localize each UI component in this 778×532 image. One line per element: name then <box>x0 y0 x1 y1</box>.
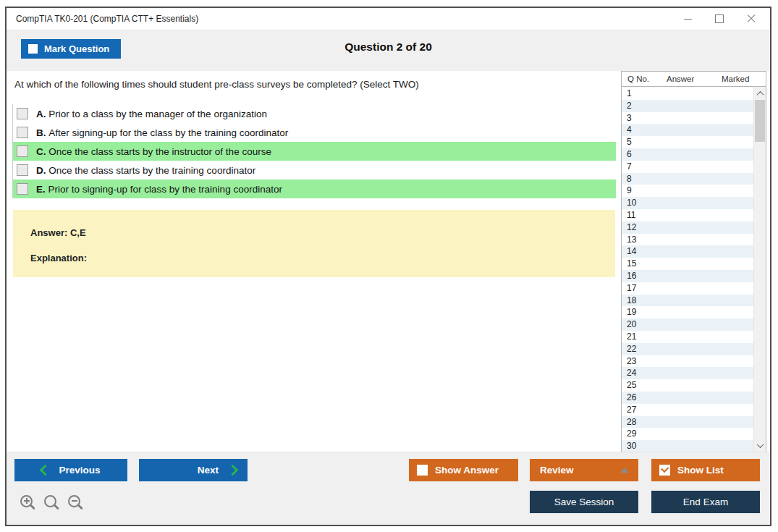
end-exam-label: End Exam <box>683 497 728 507</box>
titlebar: CompTIA TK0-201 (CompTIA CTT+ Essentials… <box>7 8 770 30</box>
previous-button[interactable]: Previous <box>14 459 127 481</box>
question-list-row[interactable]: 10 <box>622 197 753 209</box>
column-qno: Q No. <box>627 75 649 83</box>
option-label: E. Prior to signing-up for class by the … <box>36 184 282 195</box>
footer-bar: Previous Next Show Answer Review Show Li… <box>7 452 770 525</box>
show-list-checkbox[interactable] <box>659 465 670 476</box>
column-marked: Marked <box>722 75 749 83</box>
app-window: CompTIA TK0-201 (CompTIA CTT+ Essentials… <box>5 7 771 526</box>
scrollbar-thumb[interactable] <box>755 100 765 142</box>
triangle-up-icon <box>620 468 629 473</box>
previous-label: Previous <box>59 465 100 476</box>
question-list-row[interactable]: 2 <box>622 100 753 112</box>
close-button[interactable] <box>735 8 767 30</box>
show-answer-label: Show Answer <box>435 465 499 476</box>
question-list-row[interactable]: 13 <box>622 234 753 246</box>
save-session-label: Save Session <box>554 497 614 507</box>
question-list-row[interactable]: 6 <box>622 148 753 161</box>
answer-explanation-box: Answer: C,E Explanation: <box>13 210 615 277</box>
option-checkbox[interactable] <box>17 127 28 138</box>
question-list-row[interactable]: 5 <box>622 136 753 148</box>
question-list-row[interactable]: 22 <box>622 343 753 355</box>
option-checkbox[interactable] <box>17 164 28 176</box>
chevron-right-icon <box>227 465 239 476</box>
option-checkbox[interactable] <box>17 108 28 119</box>
show-answer-button[interactable]: Show Answer <box>409 459 518 481</box>
zoom-toolbar <box>20 494 84 511</box>
question-list-row[interactable]: 19 <box>622 306 753 318</box>
chevron-down-icon <box>756 441 764 448</box>
column-answer: Answer <box>667 75 694 83</box>
chevron-up-icon <box>756 90 764 98</box>
question-list-panel: Q No. Answer Marked 12345678910111213141… <box>621 71 766 452</box>
next-button[interactable]: Next <box>139 459 248 481</box>
question-list-row[interactable]: 8 <box>622 173 753 185</box>
question-list-row[interactable]: 12 <box>622 221 753 234</box>
scroll-down-button[interactable] <box>754 439 766 451</box>
question-list-row[interactable]: 25 <box>622 379 753 392</box>
option-label: A. Prior to a class by the manager of th… <box>36 109 267 119</box>
save-session-button[interactable]: Save Session <box>530 491 638 513</box>
question-list-row[interactable]: 16 <box>622 270 753 282</box>
minimize-icon <box>684 19 692 20</box>
answer-option[interactable]: B. After signing-up for the class by the… <box>13 123 616 142</box>
maximize-icon <box>715 14 724 23</box>
question-list-row[interactable]: 9 <box>622 185 753 197</box>
question-list-row[interactable]: 26 <box>622 392 753 404</box>
question-list-row[interactable]: 18 <box>622 295 753 307</box>
question-list-row[interactable]: 21 <box>622 331 753 343</box>
next-label: Next <box>198 465 219 476</box>
maximize-button[interactable] <box>703 8 735 30</box>
option-label: B. After signing-up for the class by the… <box>36 127 288 138</box>
question-list-row[interactable]: 3 <box>622 112 753 124</box>
zoom-out-icon[interactable] <box>67 494 84 511</box>
window-controls <box>672 8 767 30</box>
window-title: CompTIA TK0-201 (CompTIA CTT+ Essentials… <box>16 14 198 24</box>
question-list-row[interactable]: 20 <box>622 318 753 331</box>
header-strip: Mark Question Question 2 of 20 <box>7 30 770 71</box>
option-checkbox[interactable] <box>17 183 28 195</box>
explanation-label: Explanation: <box>30 253 87 263</box>
end-exam-button[interactable]: End Exam <box>651 491 760 513</box>
answer-text: Answer: C,E <box>30 227 86 238</box>
chevron-left-icon <box>40 465 51 476</box>
question-list-scrollbar[interactable] <box>753 87 766 452</box>
question-list-row[interactable]: 7 <box>622 161 753 173</box>
question-list: 1234567891011121314151617181920212223242… <box>621 87 766 452</box>
question-list-row[interactable]: 23 <box>622 355 753 368</box>
question-list-row[interactable]: 30 <box>622 440 753 452</box>
minimize-button[interactable] <box>672 8 703 30</box>
option-label: D. Once the class starts by the training… <box>36 165 255 176</box>
question-list-row[interactable]: 29 <box>622 428 753 440</box>
close-icon <box>747 14 756 23</box>
question-list-row[interactable]: 4 <box>622 124 753 136</box>
review-button[interactable]: Review <box>530 459 638 481</box>
scroll-up-button[interactable] <box>754 88 766 99</box>
question-list-row[interactable]: 15 <box>622 258 753 270</box>
option-checkbox[interactable] <box>17 145 28 157</box>
zoom-in-icon[interactable] <box>20 494 36 511</box>
answer-option[interactable]: A. Prior to a class by the manager of th… <box>13 104 616 123</box>
show-answer-checkbox[interactable] <box>417 465 428 476</box>
show-list-label: Show List <box>677 465 724 476</box>
options-list: A. Prior to a class by the manager of th… <box>12 104 616 198</box>
question-text: At which of the following times should s… <box>14 79 419 90</box>
zoom-reset-icon[interactable] <box>43 494 60 511</box>
question-list-row[interactable]: 28 <box>622 416 753 428</box>
question-list-row[interactable]: 11 <box>622 209 753 221</box>
show-list-button[interactable]: Show List <box>651 459 760 481</box>
answer-option[interactable]: E. Prior to signing-up for class by the … <box>13 180 616 198</box>
question-list-row[interactable]: 24 <box>622 367 753 379</box>
question-counter: Question 2 of 20 <box>7 41 770 54</box>
question-list-row[interactable]: 14 <box>622 245 753 258</box>
question-list-header: Q No. Answer Marked <box>621 71 766 87</box>
question-list-body: 1234567891011121314151617181920212223242… <box>622 88 753 452</box>
answer-option[interactable]: C. Once the class starts by the instruct… <box>13 142 616 161</box>
question-list-row[interactable]: 17 <box>622 282 753 295</box>
review-label: Review <box>540 465 574 476</box>
option-label: C. Once the class starts by the instruct… <box>36 146 271 157</box>
answer-option[interactable]: D. Once the class starts by the training… <box>13 161 616 180</box>
question-list-row[interactable]: 27 <box>622 404 753 416</box>
question-list-row[interactable]: 1 <box>622 88 753 100</box>
